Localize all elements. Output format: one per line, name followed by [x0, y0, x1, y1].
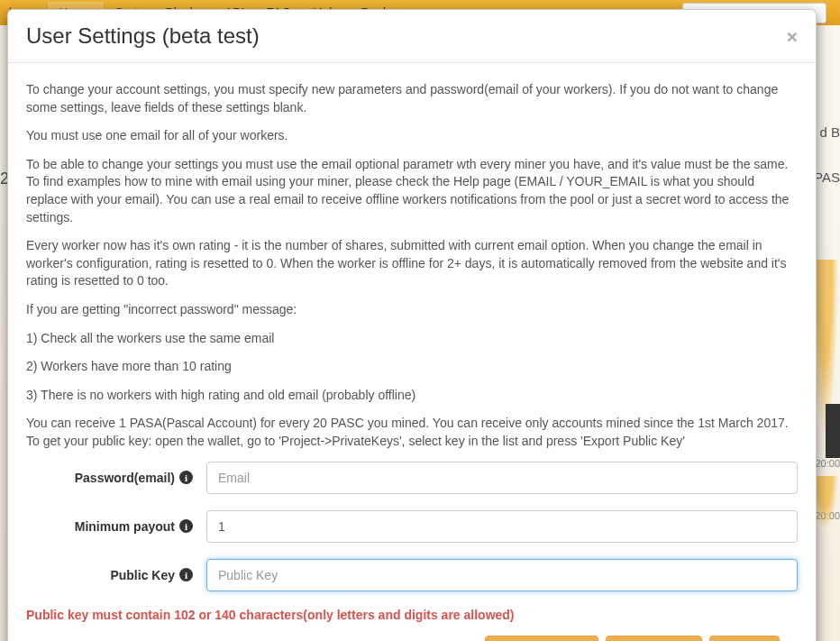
apply-button[interactable]: Apply changes [485, 636, 598, 642]
form-group-pubkey: Public Key i [26, 559, 798, 591]
password-label: Password(email) i [26, 471, 206, 485]
error-message: Public key must contain 102 or 140 chara… [26, 608, 798, 622]
reset-button[interactable]: Reset Form [606, 636, 702, 642]
pubkey-label: Public Key i [26, 568, 206, 582]
help-text: You must use one email for all of your w… [26, 127, 798, 145]
info-icon[interactable]: i [179, 519, 193, 533]
help-text: You can receive 1 PASA(Pascal Account) f… [26, 415, 798, 450]
modal-footer: Apply changes Reset Form Cancel [26, 636, 798, 642]
info-icon[interactable]: i [179, 471, 193, 484]
help-text: 2) Workers have more than 10 rating [26, 358, 798, 376]
payout-input[interactable] [206, 510, 798, 543]
help-text: 3) There is no workers with high rating … [26, 387, 798, 405]
user-settings-modal: User Settings (beta test) × To change yo… [7, 9, 817, 641]
modal-header: User Settings (beta test) × [8, 10, 816, 63]
form-group-password: Password(email) i [26, 462, 798, 494]
form-group-payout: Minimum payout i [26, 510, 798, 543]
modal-title: User Settings (beta test) [26, 23, 787, 49]
password-input[interactable] [206, 462, 798, 494]
help-text: If you are getting "incorrect password" … [26, 301, 798, 319]
modal-body: To change your account settings, you mus… [8, 63, 816, 641]
cancel-button[interactable]: Cancel [709, 636, 780, 642]
help-text: 1) Check all the workers use the same em… [26, 330, 798, 348]
pubkey-input[interactable] [206, 559, 798, 591]
payout-label: Minimum payout i [26, 519, 206, 534]
help-text: Every worker now has it's own rating - i… [26, 237, 798, 290]
close-icon[interactable]: × [787, 27, 798, 46]
help-text: To change your account settings, you mus… [26, 81, 798, 116]
help-text: To be able to change your settings you m… [26, 156, 798, 226]
info-icon[interactable]: i [179, 568, 193, 581]
